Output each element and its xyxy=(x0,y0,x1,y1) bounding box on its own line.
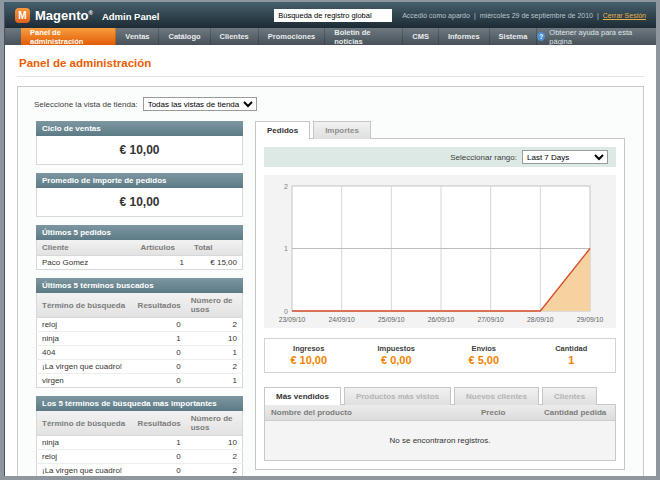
stat-value: € 5,00 xyxy=(440,354,528,366)
column-header: Término de búsqueda xyxy=(37,411,133,436)
lifetime-sales-value: € 10,00 xyxy=(36,136,243,165)
tab-bestsellers[interactable]: Más vendidos xyxy=(264,387,341,405)
nav-item-catalog[interactable]: Catálogo xyxy=(159,28,210,45)
table-cell: € 15,00 xyxy=(189,256,243,270)
nav-item-customers[interactable]: Clientes xyxy=(211,28,259,45)
grid-tabs: Más vendidos Productos más vistos Nuevos… xyxy=(264,387,616,404)
dashboard-container: Seleccione la vista de tienda: Todas las… xyxy=(17,86,644,476)
content-area: Panel de administración Seleccione la vi… xyxy=(5,45,656,476)
magento-logo-icon: M xyxy=(15,8,30,23)
main-nav: Panel de administración Ventas Catálogo … xyxy=(5,28,656,45)
logged-in-as: Accedió como apardo xyxy=(402,12,470,19)
get-help-link[interactable]: ? Obtener ayuda para esta página xyxy=(537,28,644,45)
table-row[interactable]: virgen01 xyxy=(37,374,243,388)
orders-panel: Seleccionar rango: Last 7 Days 01223/09/… xyxy=(255,138,625,470)
store-view-select[interactable]: Todas las vistas de tienda xyxy=(143,97,257,111)
store-view-switcher: Seleccione la vista de tienda: Todas las… xyxy=(26,95,635,121)
table-cell: 0 xyxy=(133,374,186,388)
column-header: Artículos xyxy=(135,240,189,256)
nav-item-system[interactable]: Sistema xyxy=(490,28,538,45)
last-search-terms-title: Últimos 5 términos buscados xyxy=(36,278,243,293)
table-row[interactable]: ¡La virgen que cuadro!02 xyxy=(37,360,243,374)
table-cell: 404 xyxy=(37,346,133,360)
global-search-input[interactable] xyxy=(274,9,392,22)
logout-link[interactable]: Cerrar Sesión xyxy=(603,12,646,19)
svg-text:1: 1 xyxy=(284,245,288,252)
table-cell: 0 xyxy=(133,464,186,477)
nav-item-cms[interactable]: CMS xyxy=(403,28,439,45)
store-switcher-label: Seleccione la vista de tienda: xyxy=(34,100,138,109)
stat-revenue: Ingresos € 10,00 xyxy=(265,344,353,366)
magento-logo[interactable]: M Magento® Admin Panel xyxy=(15,8,159,23)
last-search-terms-widget: Últimos 5 términos buscados Término de b… xyxy=(36,278,243,388)
table-row[interactable]: 40401 xyxy=(37,346,243,360)
column-header: Número de usos xyxy=(186,411,243,436)
table-cell: 0 xyxy=(133,450,186,464)
nav-item-promotions[interactable]: Promociones xyxy=(259,28,326,45)
tab-amounts[interactable]: Importes xyxy=(313,121,371,139)
table-cell: 10 xyxy=(186,436,243,450)
table-row[interactable]: reloj02 xyxy=(37,450,243,464)
tab-customers[interactable]: Clientes xyxy=(542,387,597,405)
table-row[interactable]: ¡La virgen que cuadro!02 xyxy=(37,464,243,477)
stat-label: Impuestos xyxy=(353,344,441,353)
admin-window: M Magento® Admin Panel Accedió como apar… xyxy=(4,2,656,476)
table-cell: 1 xyxy=(135,256,189,270)
range-select[interactable]: Last 7 Days xyxy=(522,150,608,164)
brand-suffix: Admin Panel xyxy=(102,9,160,22)
column-header: Precio xyxy=(475,405,538,421)
nav-item-newsletter[interactable]: Boletín de noticias xyxy=(325,28,403,45)
help-icon: ? xyxy=(537,32,545,41)
stat-value: € 10,00 xyxy=(265,354,353,366)
separator: | xyxy=(597,12,599,19)
column-header: Resultados xyxy=(133,293,186,318)
table-cell: reloj xyxy=(37,450,133,464)
table-cell: 0 xyxy=(133,318,186,332)
empty-grid-message: No se encontraron registros. xyxy=(265,421,615,460)
last-orders-table: Cliente Artículos Total Paco Gomez1€ 15,… xyxy=(36,240,243,270)
current-date: miércoles 29 de septiembre de 2010 xyxy=(480,12,593,19)
column-header: Número de usos xyxy=(186,293,243,318)
table-cell: 1 xyxy=(186,374,243,388)
average-orders-value: € 10,00 xyxy=(36,188,243,217)
orders-area-chart: 01223/09/1024/09/1025/09/1026/09/1027/09… xyxy=(270,180,610,326)
table-row[interactable]: reloj02 xyxy=(37,318,243,332)
tab-orders[interactable]: Pedidos xyxy=(255,121,310,139)
lifetime-sales-title: Ciclo de ventas xyxy=(36,121,243,136)
table-cell: 2 xyxy=(186,464,243,477)
last-search-terms-table: Término de búsqueda Resultados Número de… xyxy=(36,293,243,388)
last-orders-title: Últimos 5 pedidos xyxy=(36,225,243,240)
svg-text:25/09/10: 25/09/10 xyxy=(378,316,405,323)
stat-value: 1 xyxy=(528,354,616,366)
stat-shipping: Envíos € 5,00 xyxy=(440,344,528,366)
average-orders-title: Promedio de importe de pedidos xyxy=(36,173,243,188)
nav-item-dashboard[interactable]: Panel de administración xyxy=(21,28,116,45)
table-cell: reloj xyxy=(37,318,133,332)
last-orders-widget: Últimos 5 pedidos Cliente Artículos Tota… xyxy=(36,225,243,270)
nav-item-sales[interactable]: Ventas xyxy=(116,28,159,45)
totals-bar: Ingresos € 10,00 Impuestos € 0,00 Envíos… xyxy=(264,338,616,373)
tab-most-viewed[interactable]: Productos más vistos xyxy=(344,387,451,405)
table-row[interactable]: Paco Gomez1€ 15,00 xyxy=(37,256,243,270)
range-label: Seleccionar rango: xyxy=(450,153,517,162)
tab-new-customers[interactable]: Nuevos clientes xyxy=(454,387,539,405)
table-cell: 1 xyxy=(186,346,243,360)
svg-text:2: 2 xyxy=(284,183,288,190)
column-header: Nombre del producto xyxy=(265,405,475,421)
table-cell: ¡La virgen que cuadro! xyxy=(37,464,133,477)
column-header: Término de búsqueda xyxy=(37,293,133,318)
table-cell: virgen xyxy=(37,374,133,388)
table-cell: 2 xyxy=(186,318,243,332)
table-row[interactable]: ninja110 xyxy=(37,332,243,346)
nav-item-reports[interactable]: Informes xyxy=(439,28,490,45)
stat-value: € 0,00 xyxy=(353,354,441,366)
average-orders-widget: Promedio de importe de pedidos € 10,00 xyxy=(36,173,243,217)
brand-name: Magento® xyxy=(35,8,93,23)
svg-text:28/09/10: 28/09/10 xyxy=(527,316,554,323)
stat-tax: Impuestos € 0,00 xyxy=(353,344,441,366)
lifetime-sales-widget: Ciclo de ventas € 10,00 xyxy=(36,121,243,165)
table-cell: 2 xyxy=(186,450,243,464)
range-selector-bar: Seleccionar rango: Last 7 Days xyxy=(264,147,616,167)
stat-quantity: Cantidad 1 xyxy=(528,344,616,366)
table-row[interactable]: ninja110 xyxy=(37,436,243,450)
